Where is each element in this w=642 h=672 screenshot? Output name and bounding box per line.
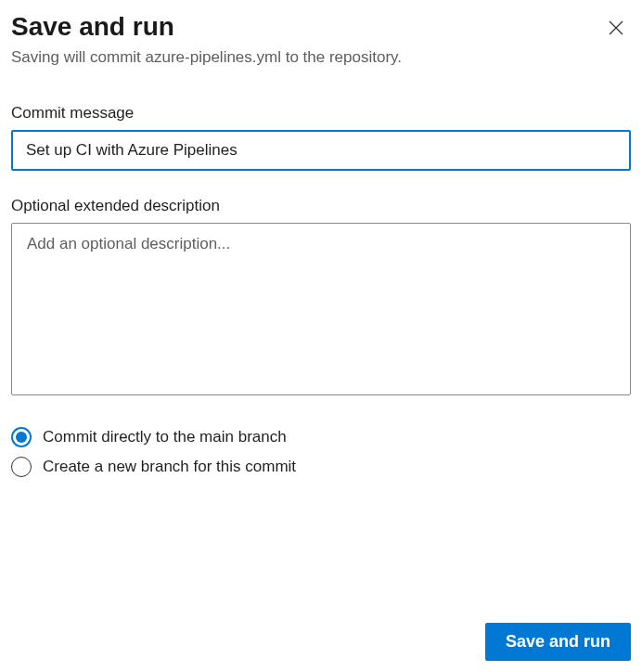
save-and-run-button[interactable]: Save and run [485, 623, 631, 661]
radio-selected-icon [11, 427, 32, 447]
close-icon [609, 20, 623, 35]
radio-commit-direct[interactable]: Commit directly to the main branch [11, 427, 631, 447]
radio-commit-direct-label: Commit directly to the main branch [43, 428, 287, 446]
radio-unselected-icon [11, 457, 32, 477]
commit-message-label: Commit message [11, 104, 631, 123]
radio-new-branch-label: Create a new branch for this commit [43, 458, 296, 476]
close-button[interactable] [601, 13, 631, 43]
extended-description-label: Optional extended description [11, 197, 631, 215]
branch-radio-group: Commit directly to the main branch Creat… [11, 427, 631, 477]
radio-new-branch[interactable]: Create a new branch for this commit [11, 457, 631, 477]
dialog-title: Save and run [11, 11, 174, 43]
commit-message-input[interactable] [11, 130, 631, 171]
extended-description-textarea[interactable] [11, 223, 631, 395]
dialog-subtitle: Saving will commit azure-pipelines.yml t… [11, 48, 631, 67]
